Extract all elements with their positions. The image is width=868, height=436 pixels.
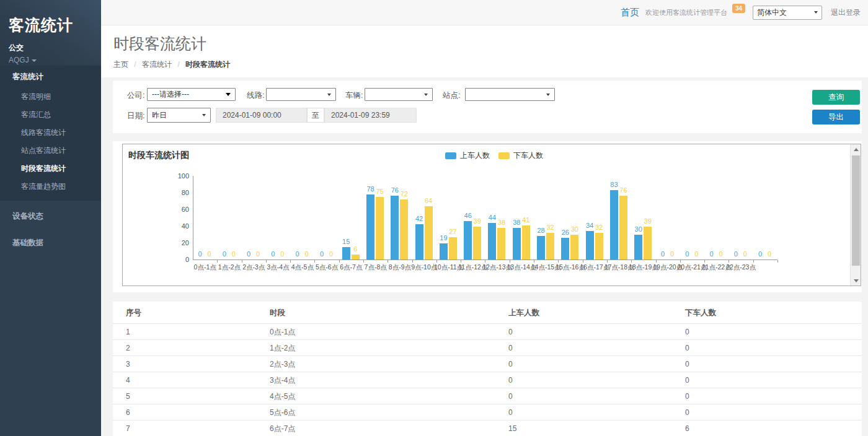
bar-下车人数-14[interactable] xyxy=(546,233,554,259)
bar-上车人数-14[interactable] xyxy=(537,236,545,259)
legend-swatch-1[interactable] xyxy=(498,152,510,159)
breadcrumb-passenger-stats[interactable]: 客流统计 xyxy=(142,60,172,69)
table-cell: 0 xyxy=(685,344,689,352)
sidebar-item-0[interactable]: 设备状态 xyxy=(0,203,101,230)
bar-value-label: 27 xyxy=(445,228,461,235)
bar-下车人数-12[interactable] xyxy=(497,228,505,259)
scroll-down-icon[interactable] xyxy=(851,276,861,286)
table-cell: 0 xyxy=(685,408,689,417)
bar-上车人数-15[interactable] xyxy=(561,238,569,259)
bar-下车人数-11[interactable] xyxy=(473,227,481,259)
data-table: 序号 时段 上车人数 下车人数 10点-1点0021点-2点0032点-3点00… xyxy=(113,302,862,436)
bar-上车人数-17[interactable] xyxy=(610,190,618,259)
bar-上车人数-16[interactable] xyxy=(586,231,594,259)
logout-link[interactable]: 退出登录 xyxy=(831,7,861,18)
table-cell: 0 xyxy=(508,408,513,417)
bar-上车人数-18[interactable] xyxy=(634,235,642,260)
table-cell: 0 xyxy=(508,344,513,352)
bar-value-label: 0 xyxy=(737,250,753,258)
bar-上车人数-13[interactable] xyxy=(513,228,521,259)
sidebar: 客流统计 公交 AQGJ 客流统计 客流明细客流汇总线路客流统计站点客流统计时段… xyxy=(0,0,101,436)
legend-label-1: 下车人数 xyxy=(513,150,543,161)
table-cell: 3 xyxy=(126,360,130,368)
bar-下车人数-13[interactable] xyxy=(522,225,530,259)
bar-上车人数-8[interactable] xyxy=(391,196,399,259)
bar-上车人数-12[interactable] xyxy=(488,223,496,259)
bar-value-label: 38 xyxy=(494,219,510,226)
x-tick xyxy=(656,260,657,263)
chevron-down-icon xyxy=(327,94,331,96)
x-tick xyxy=(314,260,315,263)
filter-panel: 公司: ---请选择--- 线路: 车辆: 站点: 日期: 昨日 2024-01… xyxy=(113,81,862,133)
bar-value-label: 76 xyxy=(615,186,631,194)
user-dropdown[interactable]: AQGJ xyxy=(9,56,92,64)
app-logo: 客流统计 xyxy=(9,15,92,35)
sidebar-subitem-2[interactable]: 线路客流统计 xyxy=(0,124,101,142)
table-header-row: 序号 时段 上车人数 下车人数 xyxy=(113,302,862,324)
bar-上车人数-9[interactable] xyxy=(415,224,423,259)
date-preset-select[interactable]: 昨日 xyxy=(147,108,211,123)
station-select[interactable] xyxy=(465,88,555,101)
sidebar-subitem-4[interactable]: 时段客流统计 xyxy=(0,160,101,178)
x-tick xyxy=(363,260,364,263)
bar-下车人数-8[interactable] xyxy=(400,199,408,259)
chart-scrollbar[interactable] xyxy=(850,144,861,286)
scrollbar-thumb[interactable] xyxy=(852,155,860,266)
table-row: 43点-4点00 xyxy=(113,372,862,388)
chart-title: 时段车流统计图 xyxy=(128,150,189,161)
sidebar-subitem-5[interactable]: 客流量趋势图 xyxy=(0,178,101,196)
page-title: 时段客流统计 xyxy=(113,33,868,54)
x-tick xyxy=(583,260,583,263)
chevron-down-icon xyxy=(814,11,818,14)
bar-value-label: 39 xyxy=(469,217,485,225)
x-tick xyxy=(266,260,267,263)
bar-value-label: 0 xyxy=(226,250,242,258)
date-from-input[interactable]: 2024-01-09 00:00 xyxy=(216,108,307,123)
bar-上车人数-7[interactable] xyxy=(366,194,374,259)
bar-value-label: 30 xyxy=(567,225,583,233)
bar-上车人数-11[interactable] xyxy=(464,221,472,259)
bar-下车人数-6[interactable] xyxy=(352,255,360,259)
bar-下车人数-10[interactable] xyxy=(449,237,457,259)
company-select[interactable]: ---请选择--- xyxy=(147,88,236,101)
bar-下车人数-17[interactable] xyxy=(619,196,627,259)
nav-submenu: 客流明细客流汇总线路客流统计站点客流统计时段客流统计客流量趋势图 xyxy=(0,88,101,201)
sidebar-item-1[interactable]: 基础数据 xyxy=(0,230,101,256)
sidebar-subitem-0[interactable]: 客流明细 xyxy=(0,88,101,106)
breadcrumb-home[interactable]: 主页 xyxy=(113,60,128,69)
bar-下车人数-18[interactable] xyxy=(644,227,652,259)
sidebar-item-passenger-stats[interactable]: 客流统计 xyxy=(0,66,101,88)
breadcrumb-separator: / xyxy=(177,60,179,69)
bar-下车人数-7[interactable] xyxy=(376,197,384,259)
bar-下车人数-9[interactable] xyxy=(425,206,433,259)
bar-上车人数-10[interactable] xyxy=(440,243,448,259)
table-cell: 6 xyxy=(685,424,689,433)
language-select-value: 简体中文 xyxy=(757,7,787,18)
sidebar-subitem-1[interactable]: 客流汇总 xyxy=(0,106,101,124)
bar-value-label: 0 xyxy=(323,250,339,258)
x-tick xyxy=(436,260,437,263)
language-select[interactable]: 简体中文 xyxy=(753,6,822,20)
bar-value-label: 0 xyxy=(299,250,315,258)
sidebar-subitem-3[interactable]: 站点客流统计 xyxy=(0,142,101,160)
y-tick-label: 80 xyxy=(170,189,189,196)
query-button[interactable]: 查询 xyxy=(812,90,860,105)
vehicle-select[interactable] xyxy=(365,88,433,101)
x-tick xyxy=(461,260,461,263)
table-cell: 0 xyxy=(685,376,689,385)
bar-下车人数-15[interactable] xyxy=(570,235,578,260)
bar-value-label: 72 xyxy=(396,190,412,198)
x-category-label: 22点-23点 xyxy=(722,263,759,272)
scroll-up-icon[interactable] xyxy=(851,144,861,154)
table-cell: 0点-1点 xyxy=(270,326,295,337)
table-cell: 0 xyxy=(685,392,689,401)
notification-badge: 34 xyxy=(732,4,745,13)
export-button[interactable]: 导出 xyxy=(812,110,860,124)
home-link[interactable]: 首页 xyxy=(621,7,639,19)
date-to-input[interactable]: 2024-01-09 23:59 xyxy=(324,108,417,123)
table-body: 10点-1点0021点-2点0032点-3点0043点-4点0054点-5点00… xyxy=(113,324,862,436)
legend-swatch-0[interactable] xyxy=(445,152,456,159)
bar-下车人数-16[interactable] xyxy=(595,233,603,259)
table-cell: 2点-3点 xyxy=(270,359,295,369)
line-select[interactable] xyxy=(266,88,336,101)
